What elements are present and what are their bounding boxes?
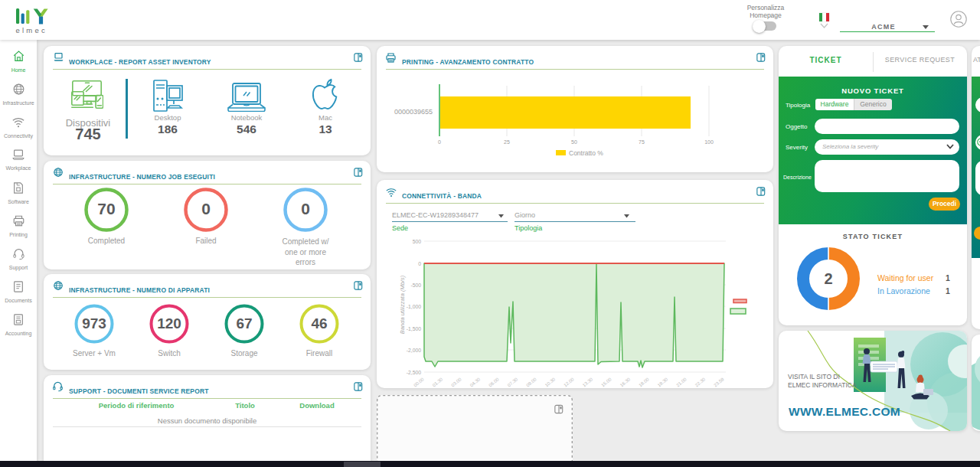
- svg-text:-1,500: -1,500: [407, 326, 421, 331]
- svg-text:-2,000: -2,000: [407, 348, 421, 353]
- svg-text:13.30: 13.30: [582, 377, 594, 388]
- svg-text:12.00: 12.00: [563, 377, 575, 388]
- svg-text:09.00: 09.00: [525, 377, 537, 388]
- svg-text:-500: -500: [410, 282, 421, 288]
- svg-text:15.00: 15.00: [600, 377, 612, 388]
- svg-text:22.30: 22.30: [694, 377, 707, 388]
- svg-text:01.30: 01.30: [432, 377, 444, 388]
- svg-text:07.30: 07.30: [507, 377, 519, 388]
- svg-text:75: 75: [639, 139, 645, 145]
- svg-text:19.30: 19.30: [657, 377, 669, 388]
- svg-text:elmec: elmec: [16, 26, 47, 34]
- svg-text:10.30: 10.30: [544, 377, 557, 388]
- svg-text:-2,500: -2,500: [407, 370, 421, 375]
- svg-text:21.00: 21.00: [675, 377, 688, 388]
- svg-text:Banda utilizzata (Mb/s): Banda utilizzata (Mb/s): [399, 275, 406, 334]
- svg-text:04.30: 04.30: [469, 377, 482, 388]
- svg-text:00.00: 00.00: [413, 377, 425, 388]
- svg-text:06.00: 06.00: [488, 377, 500, 388]
- svg-text:23.59: 23.59: [713, 377, 725, 388]
- svg-text:0: 0: [438, 139, 441, 145]
- svg-text:16.30: 16.30: [619, 377, 632, 388]
- svg-text:500: 500: [413, 239, 422, 244]
- svg-text:0000039655: 0000039655: [394, 108, 433, 116]
- svg-text:-1,000: -1,000: [407, 304, 421, 309]
- svg-text:0: 0: [418, 261, 421, 266]
- svg-text:25: 25: [504, 139, 510, 145]
- svg-text:2: 2: [824, 270, 832, 287]
- svg-text:50: 50: [571, 139, 577, 145]
- svg-text:100: 100: [704, 139, 714, 145]
- svg-text:Contratto %: Contratto %: [569, 149, 603, 157]
- svg-text:18.00: 18.00: [638, 377, 650, 388]
- svg-text:03.00: 03.00: [450, 377, 462, 388]
